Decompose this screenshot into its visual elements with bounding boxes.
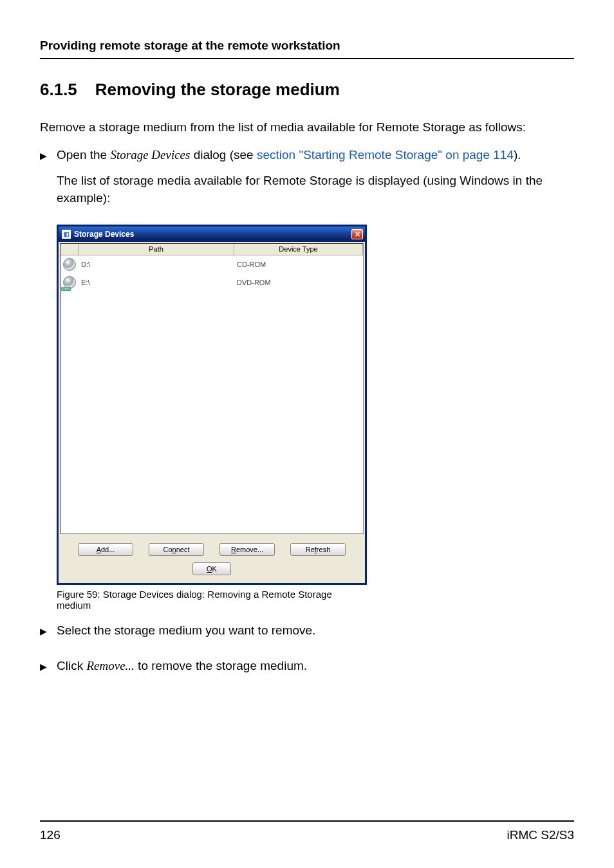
section-heading: 6.1.5Removing the storage medium	[40, 80, 574, 100]
cd-icon	[63, 258, 76, 271]
dialog-titlebar[interactable]: ◧ Storage Devices ✕	[59, 226, 365, 242]
page-footer: 126 iRMC S2/S3	[40, 820, 574, 842]
col-type-header[interactable]: Device Type	[234, 244, 363, 255]
remove-button[interactable]: Remove...	[219, 543, 275, 556]
list-item[interactable]: D:\ CD-ROM	[60, 255, 363, 273]
dialog-title-icon: ◧	[62, 230, 71, 239]
row-type: CD-ROM	[234, 261, 363, 268]
row-path: E:\	[79, 279, 234, 286]
section-number: 6.1.5	[40, 80, 77, 100]
step-marker-icon: ▶	[40, 658, 57, 672]
row-path: D:\	[79, 261, 234, 268]
intro-text: Remove a storage medium from the list of…	[40, 119, 574, 136]
list-header: Path Device Type	[60, 244, 363, 255]
dialog-title: Storage Devices	[74, 230, 134, 239]
dialog-ok-row: OK	[60, 560, 364, 582]
refresh-button[interactable]: Refresh	[290, 543, 346, 556]
figure-caption: Figure 59: Storage Devices dialog: Remov…	[57, 589, 367, 611]
connect-button[interactable]: Connect	[149, 543, 204, 556]
dialog-client-area: Path Device Type D:\ CD-ROM E:\ DVD-ROM	[59, 242, 365, 583]
add-button[interactable]: Add...	[78, 543, 133, 556]
xref-starting-remote-storage[interactable]: section "Starting Remote Storage" on pag…	[257, 148, 514, 162]
remove-cmd: Remove...	[86, 659, 134, 672]
device-list[interactable]: Path Device Type D:\ CD-ROM E:\ DVD-ROM	[60, 243, 364, 534]
dvd-icon	[63, 276, 76, 289]
step-marker-icon: ▶	[40, 147, 57, 161]
step-click-remove: ▶ Click Remove... to remove the storage …	[40, 658, 574, 684]
close-icon[interactable]: ✕	[351, 229, 363, 239]
dialog-button-row: Add... Connect Remove... Refresh	[60, 534, 364, 560]
running-header: Providing remote storage at the remote w…	[40, 39, 574, 59]
doc-id: iRMC S2/S3	[507, 828, 574, 842]
step-click-text: Click Remove... to remove the storage me…	[57, 658, 574, 675]
step-select-text: Select the storage medium you want to re…	[57, 622, 574, 640]
list-item[interactable]: E:\ DVD-ROM	[60, 273, 363, 291]
step-marker-icon: ▶	[40, 622, 57, 636]
step-select: ▶ Select the storage medium you want to …	[40, 622, 574, 649]
step-displayed-text: The list of storage media available for …	[57, 172, 574, 207]
storage-devices-dialog: ◧ Storage Devices ✕ Path Device Type D:\…	[57, 225, 367, 585]
step-open-text: Open the Storage Devices dialog (see sec…	[57, 147, 574, 164]
col-path-header[interactable]: Path	[79, 244, 234, 255]
col-icon-header[interactable]	[60, 244, 79, 255]
ok-button[interactable]: OK	[192, 562, 231, 575]
row-type: DVD-ROM	[234, 279, 363, 286]
storage-devices-term: Storage Devices	[110, 148, 190, 162]
step-open: ▶ Open the Storage Devices dialog (see s…	[40, 147, 574, 216]
figure-59: ◧ Storage Devices ✕ Path Device Type D:\…	[57, 225, 367, 611]
section-title-text: Removing the storage medium	[95, 80, 340, 99]
list-rows: D:\ CD-ROM E:\ DVD-ROM	[60, 255, 363, 533]
page-number: 126	[40, 828, 60, 842]
